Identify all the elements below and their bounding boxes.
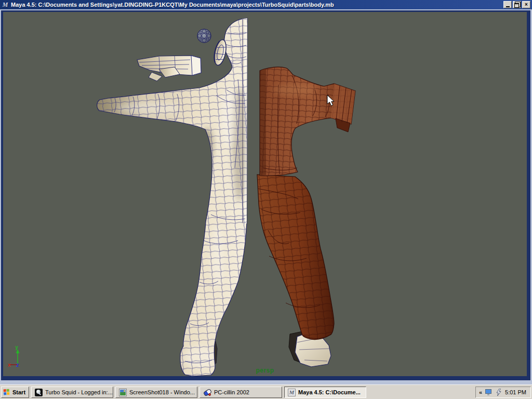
brown-model-half[interactable] (257, 67, 355, 367)
task-label: Maya 4.5: C:\Docume... (298, 389, 361, 395)
network-monitor-icon[interactable] (485, 389, 493, 396)
pccillin-pill-icon (203, 389, 211, 396)
taskbar: Start Turbo Squid - Logged in:... Screen… (0, 384, 532, 399)
titlebar: M Maya 4.5: C:\Documents and Settings\ya… (0, 0, 532, 9)
shirt-cut-shadow (260, 69, 266, 176)
maya-window: M Maya 4.5: C:\Documents and Settings\ya… (0, 0, 532, 384)
task-label: PC-cillin 2002 (214, 389, 249, 395)
task-button-maya[interactable]: M Maya 4.5: C:\Docume... (284, 387, 366, 398)
task-label: ScreenShot018 - Windo... (129, 389, 195, 395)
minimize-icon (506, 6, 510, 7)
window-frame: y x z persp (0, 9, 532, 384)
y-axis-label: y (15, 345, 18, 350)
window-controls: × (503, 1, 530, 8)
maya-app-icon: M (2, 1, 9, 8)
eyeball-sphere[interactable] (197, 29, 211, 43)
image-viewer-icon (119, 389, 127, 396)
camera-name-label: persp (3, 367, 527, 374)
perspective-viewport[interactable]: y x z persp (3, 12, 527, 376)
start-label: Start (12, 389, 25, 395)
start-button[interactable]: Start (1, 387, 29, 398)
view-axis-gizmo: y x z (6, 345, 30, 370)
tray-expand-chevron[interactable]: « (479, 390, 482, 395)
windows-logo-icon (4, 389, 11, 396)
scene-canvas[interactable] (3, 12, 527, 376)
system-tray: « 5:01 PM (475, 387, 531, 398)
restore-icon (514, 3, 519, 8)
detached-finger-piece (149, 72, 162, 81)
task-button-turbosquid[interactable]: Turbo Squid - Logged in:... (31, 387, 113, 398)
task-label: Turbo Squid - Logged in:... (45, 389, 113, 395)
task-button-screenshot[interactable]: ScreenShot018 - Windo... (115, 387, 197, 398)
window-title: Maya 4.5: C:\Documents and Settings\yat.… (11, 2, 503, 8)
restore-button[interactable] (513, 1, 521, 8)
minimize-button[interactable] (503, 1, 512, 8)
clock[interactable]: 5:01 PM (505, 389, 526, 395)
close-button[interactable]: × (522, 1, 530, 8)
realtime-scan-bolt-icon[interactable] (496, 389, 502, 396)
turbosquid-icon (35, 389, 43, 396)
maya-icon: M (288, 389, 296, 396)
ear-piece[interactable] (212, 38, 228, 66)
detached-hand-piece[interactable] (137, 56, 201, 81)
task-button-pccillin[interactable]: PC-cillin 2002 (200, 387, 282, 398)
